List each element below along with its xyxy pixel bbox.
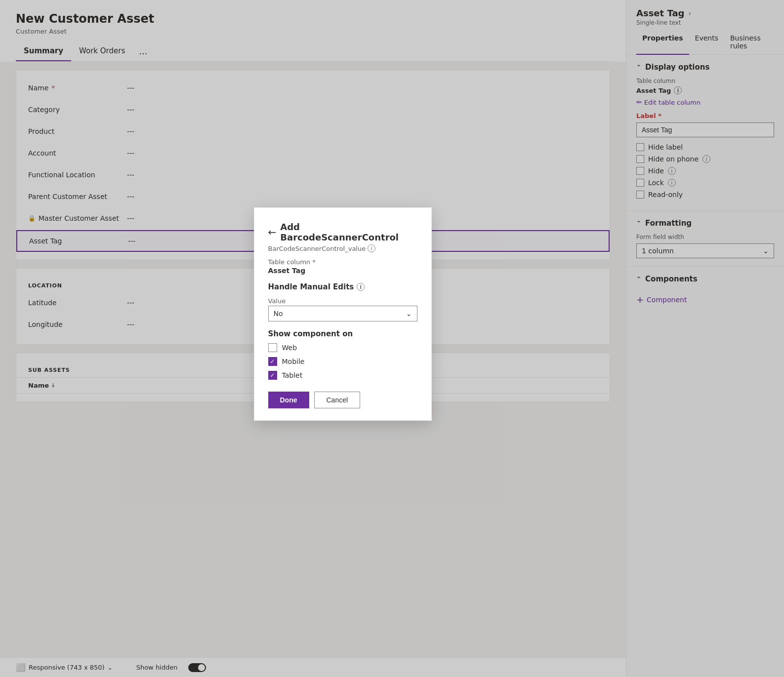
dialog-mobile-checkbox[interactable]: ✓ bbox=[268, 357, 277, 366]
dialog-table-column-label: Table column * bbox=[268, 258, 417, 266]
dialog-mobile-label: Mobile bbox=[282, 358, 305, 365]
dialog-show-component-label: Show component on bbox=[268, 329, 417, 338]
dialog-value-label: Value bbox=[268, 297, 417, 305]
dialog-value-select[interactable]: No ⌄ bbox=[268, 306, 417, 321]
dialog-value-selected: No bbox=[274, 310, 283, 318]
dialog-manual-edits-info-icon[interactable]: i bbox=[357, 283, 365, 291]
dialog-mobile-row: ✓ Mobile bbox=[268, 357, 417, 366]
dialog-info-icon[interactable]: i bbox=[368, 244, 375, 252]
cancel-button[interactable]: Cancel bbox=[314, 392, 361, 408]
dialog-tablet-row: ✓ Tablet bbox=[268, 371, 417, 380]
dialog-select-chevron-icon: ⌄ bbox=[406, 310, 412, 318]
dialog-web-label: Web bbox=[282, 344, 297, 352]
dialog-overlay: ← Add BarcodeScannerControl BarCodeScann… bbox=[0, 0, 784, 677]
done-button[interactable]: Done bbox=[268, 392, 309, 408]
dialog-table-column-value: Asset Tag bbox=[268, 267, 417, 275]
dialog-back-button[interactable]: ← bbox=[268, 226, 277, 238]
dialog-buttons: Done Cancel bbox=[268, 392, 417, 408]
dialog-tablet-checkbox[interactable]: ✓ bbox=[268, 371, 277, 380]
add-barcode-dialog: ← Add BarcodeScannerControl BarCodeScann… bbox=[254, 207, 432, 421]
dialog-subtitle: BarCodeScannerControl_value i bbox=[268, 244, 417, 252]
dialog-web-checkbox[interactable] bbox=[268, 343, 277, 352]
dialog-title: Add BarcodeScannerControl bbox=[280, 222, 417, 242]
dialog-handle-manual-edits-label: Handle Manual Edits i bbox=[268, 282, 417, 291]
dialog-title-row: ← Add BarcodeScannerControl bbox=[268, 222, 417, 242]
dialog-tablet-label: Tablet bbox=[282, 371, 303, 379]
dialog-web-row: Web bbox=[268, 343, 417, 352]
